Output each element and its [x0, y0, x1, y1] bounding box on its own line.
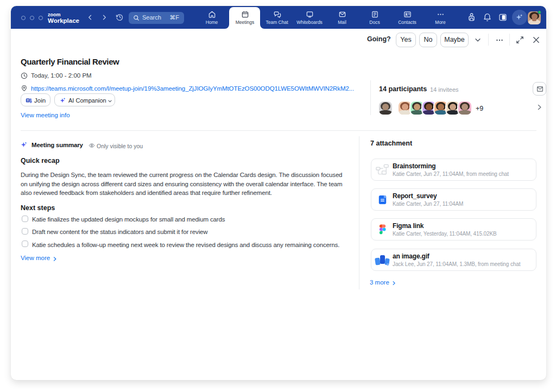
- svg-text:T: T: [27, 99, 29, 102]
